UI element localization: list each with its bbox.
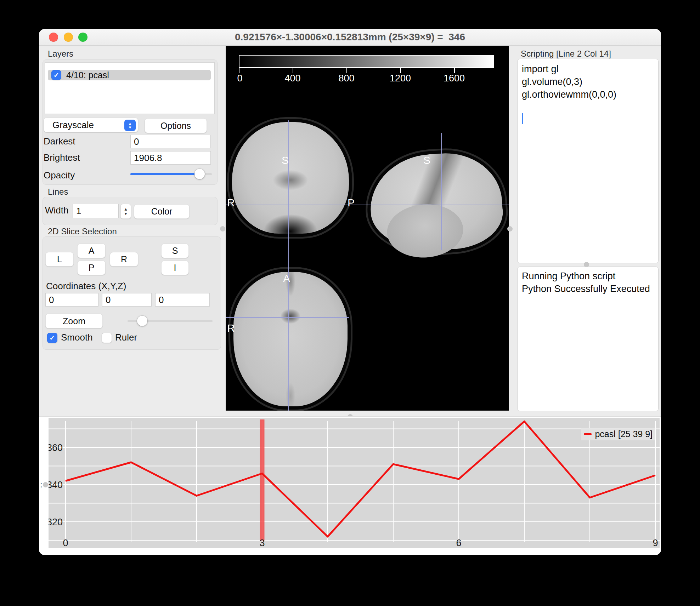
line-width-label: Width [45, 205, 73, 216]
svg-text:9: 9 [653, 538, 658, 548]
svg-text:360: 360 [49, 442, 63, 453]
minimize-button[interactable] [64, 33, 73, 42]
close-button[interactable] [49, 33, 58, 42]
svg-text:6: 6 [456, 538, 461, 548]
checkmark-icon: ✓ [53, 71, 59, 79]
screenshot-root: 0.921576×-1.30006×0.152813mm (25×39×9) =… [0, 0, 700, 606]
orientation-label-superior: S [282, 154, 289, 166]
chart-legend: pcasl [25 39 9] [581, 428, 655, 440]
axial-slice-image [233, 272, 348, 406]
orientation-label-superior: S [423, 154, 430, 166]
dropdown-chevrons-icon: ▴ ▾ [124, 120, 136, 131]
opacity-slider[interactable] [130, 173, 212, 175]
maximize-button[interactable] [78, 33, 88, 42]
line-color-button[interactable]: Color [134, 204, 190, 219]
opacity-slider-thumb[interactable] [194, 169, 205, 179]
slice-inferior-button[interactable]: I [161, 261, 189, 275]
stepper-down-icon[interactable]: ▾ [124, 211, 127, 216]
chart-svg[interactable]: 3203403600369 [49, 418, 660, 548]
left-splitter-handle[interactable] [220, 226, 225, 231]
svg-text:340: 340 [49, 480, 63, 490]
code-line: gl.volume(0,3) [522, 75, 616, 88]
zoom-button[interactable]: Zoom [45, 314, 103, 328]
slice-right-button[interactable]: R [110, 252, 138, 267]
right-splitter-handle[interactable] [507, 226, 513, 231]
svg-text:0: 0 [63, 538, 68, 548]
mri-viewer-canvas[interactable]: 0 400 800 1200 1600 S R S P A R [226, 46, 509, 411]
colorbar-label: 1200 [390, 73, 411, 84]
crosshair-horizontal-axial [226, 317, 349, 318]
ruler-label: Ruler [115, 333, 154, 342]
slice-left-button[interactable]: L [45, 252, 74, 267]
timeseries-panel: : 3203403600369 pcasl [25 39 9] [39, 416, 661, 555]
left-panel: Layers ✓ 4/10: pcasl Grayscale ▴ ▾ Optio… [39, 45, 223, 415]
colorbar-label: 1600 [444, 73, 465, 84]
checkmark-icon: ✓ [104, 334, 110, 342]
brightest-label: Brightest [44, 152, 114, 163]
layer-label: 4/10: pcasl [66, 70, 109, 80]
line-width-input[interactable]: 1 [73, 204, 119, 218]
layers-list[interactable]: ✓ 4/10: pcasl [45, 62, 215, 114]
layer-visible-checkbox[interactable]: ✓ [51, 70, 61, 80]
zoom-slider[interactable] [128, 320, 213, 322]
legend-line-swatch [584, 433, 592, 435]
coordinate-x-input[interactable]: 0 [45, 293, 98, 307]
orientation-label-posterior: P [348, 197, 355, 209]
code-line: import gl [522, 63, 616, 75]
smooth-label: Smooth [61, 333, 107, 342]
colorbar-tick [239, 68, 239, 73]
script-output[interactable]: Running Python script Python Successfull… [517, 267, 659, 411]
colorbar-tick [454, 68, 455, 73]
title-bar: 0.921576×-1.30006×0.152813mm (25×39×9) =… [39, 29, 661, 46]
coordinate-z-input[interactable]: 0 [155, 293, 210, 307]
window-title: 0.921576×-1.30006×0.152813mm (25×39×9) =… [235, 32, 465, 43]
crosshair-horizontal-top [226, 205, 509, 205]
coronal-slice-image [232, 122, 349, 234]
slice-posterior-button[interactable]: P [77, 261, 106, 275]
colorbar-tick [400, 68, 401, 73]
slice-selection-header: 2D Slice Selection [48, 227, 117, 236]
layer-row-pcasl[interactable]: ✓ 4/10: pcasl [48, 70, 211, 80]
svg-text:320: 320 [49, 517, 63, 527]
orientation-label-right: R [227, 322, 235, 334]
orientation-label-anterior: A [283, 273, 290, 285]
timeseries-plot[interactable]: 3203403600369 pcasl [25 39 9] [49, 418, 660, 548]
options-button[interactable]: Options [145, 118, 207, 133]
line-width-stepper[interactable]: ▴ ▾ [120, 204, 131, 219]
graph-side-splitter-handle[interactable] [43, 482, 48, 487]
script-editor[interactable]: import gl gl.volume(0,3) gl.orthoviewmm(… [517, 59, 659, 263]
intensity-colorbar [239, 55, 494, 68]
colorbar-label: 800 [338, 73, 354, 84]
legend-series-name: pcasl [25 39 9] [595, 429, 653, 439]
colorbar-label: 400 [284, 73, 300, 84]
darkest-label: Darkest [44, 136, 114, 147]
svg-text:3: 3 [259, 538, 265, 548]
colorbar-tick [293, 68, 293, 73]
sagittal-slice-image [367, 149, 505, 255]
slice-superior-button[interactable]: S [161, 244, 189, 258]
orientation-label-right: R [227, 197, 235, 209]
opacity-slider-fill [130, 173, 204, 175]
smooth-checkbox[interactable]: ✓ [47, 333, 57, 343]
opacity-label: Opacity [44, 170, 114, 181]
checkmark-icon: ✓ [50, 334, 55, 342]
ruler-checkbox[interactable]: ✓ [102, 333, 112, 343]
text-cursor [522, 113, 523, 124]
chevron-down-icon: ▾ [129, 125, 131, 129]
colormap-selected: Grayscale [52, 120, 94, 131]
app-window: 0.921576×-1.30006×0.152813mm (25×39×9) =… [39, 29, 661, 555]
scripting-header: Scripting [Line 2 Col 14] [521, 49, 611, 59]
output-line: Python Successfully Executed [522, 282, 650, 295]
sagittal-lower-lobe [385, 202, 465, 260]
crosshair-vertical-sagittal [441, 133, 442, 250]
coordinates-label: Coordinates (X,Y,Z) [46, 281, 159, 291]
slice-anterior-button[interactable]: A [77, 244, 106, 258]
lines-header: Lines [48, 187, 68, 197]
output-line: Running Python script [522, 270, 650, 282]
colorbar-tick [346, 68, 347, 73]
colorbar-label: 0 [237, 73, 242, 84]
coordinate-y-input[interactable]: 0 [102, 293, 152, 307]
darkest-input[interactable]: 0 [130, 135, 211, 148]
colormap-dropdown[interactable]: Grayscale ▴ ▾ [44, 118, 138, 132]
brightest-input[interactable]: 1906.8 [130, 151, 211, 165]
